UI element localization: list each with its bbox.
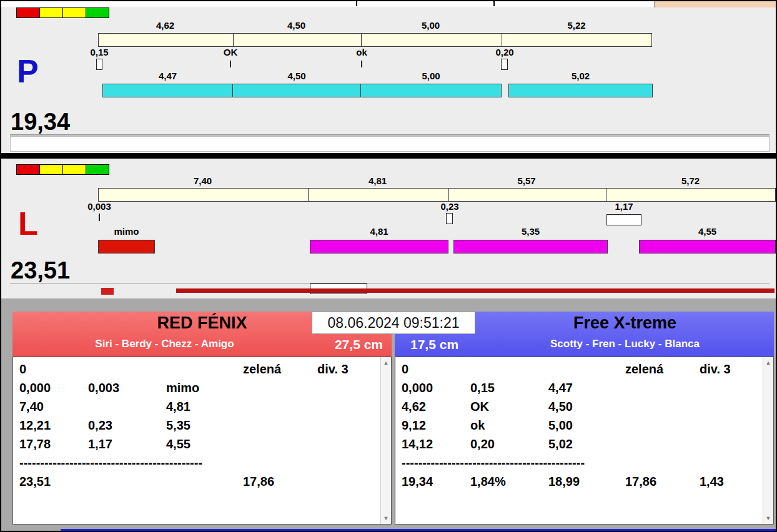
change-mark-label: 0,15	[87, 47, 112, 57]
table-cell: 1,43	[700, 475, 724, 489]
change-mark-label: 1,17	[608, 202, 640, 212]
table-row: 0zelenádiv. 3	[13, 361, 380, 380]
table-cell: 0,000	[402, 381, 433, 395]
table-cell: 17,86	[243, 475, 274, 489]
run-time-bar-segment	[310, 240, 448, 254]
table-cell: 4,50	[548, 400, 573, 414]
table-row: 9,12ok5,00	[395, 417, 762, 436]
table-cell: 1,84%	[470, 475, 506, 489]
plan-time-bar	[98, 188, 776, 202]
scroll-down-icon[interactable]: ▼	[381, 513, 391, 523]
background-window-fragment	[655, 1, 777, 7]
run-segment-label: 4,50	[232, 71, 361, 81]
progress-bar-red	[176, 288, 775, 293]
run-miss-bar-segment	[98, 240, 155, 254]
jump-height-label: 27,5 cm	[335, 337, 383, 352]
team-members: Siri - Berdy - Chezz - Amigo	[12, 338, 317, 350]
table-row: 17,781,174,55	[13, 436, 380, 455]
plan-segment-label: 5,00	[360, 21, 501, 31]
scroll-down-icon[interactable]: ▼	[763, 513, 773, 523]
lane-total-time: 23,51	[11, 259, 70, 282]
run-segment-label: 4,47	[102, 71, 233, 81]
table-row: 7,404,81	[13, 398, 380, 417]
window-border-tick	[356, 1, 357, 6]
team-name: Free X-treme	[476, 313, 774, 333]
status-light-red-icon	[16, 7, 40, 18]
change-mark-label: OK	[218, 47, 243, 57]
lane-total-time: 19,34	[11, 110, 70, 134]
status-light-red-icon	[16, 164, 40, 175]
scroll-up-icon[interactable]: ▲	[381, 358, 391, 368]
table-scrollbar[interactable]: ▲ ▼	[763, 357, 773, 524]
table-cell: 17,86	[625, 475, 656, 489]
run-time-bar-segment	[639, 240, 776, 254]
run-time-bar-segment	[453, 240, 608, 254]
run-segment-label: 5,35	[453, 227, 608, 237]
table-scrollbar[interactable]: ▲ ▼	[380, 357, 391, 524]
run-time-bar-segment	[360, 84, 502, 97]
table-cell: 7,40	[19, 400, 44, 414]
status-light-yellow-icon	[39, 7, 63, 18]
segment-divider	[606, 188, 606, 202]
plan-segment-label: 4,81	[307, 176, 448, 186]
segment-divider	[233, 33, 234, 47]
empty-status-strip	[10, 136, 770, 152]
table-body: 0zelenádiv. 30,0000,154,474,62OK4,509,12…	[395, 361, 762, 524]
table-cell: 0	[19, 362, 26, 377]
scroll-up-icon[interactable]: ▲	[763, 358, 773, 368]
table-cell: div. 3	[700, 362, 731, 377]
window-border-tick	[493, 1, 495, 6]
table-cell: 0,003	[88, 381, 119, 395]
change-gap-box	[501, 59, 508, 70]
table-cell: mimo	[166, 381, 199, 395]
app-window: 4,62 4,50 5,00 5,22 0,15 OK ok 0,20 4,47…	[0, 0, 777, 532]
table-cell: 5,35	[166, 418, 191, 433]
run-segment-label: 4,81	[310, 227, 448, 237]
table-cell: 18,99	[548, 475, 580, 489]
lane-letter: P	[17, 55, 39, 87]
plan-segment-label: 7,40	[98, 176, 307, 186]
lane-divider-bar	[1, 153, 777, 159]
status-light-yellow-icon	[39, 164, 63, 175]
table-cell: 5,02	[548, 437, 573, 451]
plan-segment-label: 4,50	[232, 21, 360, 31]
section-divider	[10, 134, 770, 135]
table-cell: 14,12	[402, 437, 433, 451]
team-members: Scotty - Fren - Lucky - Blanca	[476, 338, 774, 350]
table-cell: 19,34	[402, 475, 433, 489]
change-mark-label: 0,23	[434, 202, 465, 212]
table-cell: 4,81	[166, 400, 191, 414]
table-cell: div. 3	[317, 362, 349, 377]
table-cell: 9,12	[402, 418, 426, 433]
segment-divider	[502, 33, 502, 47]
table-cell: 4,47	[548, 381, 573, 395]
table-cell: 1,17	[88, 437, 112, 451]
plan-time-bar	[98, 33, 652, 47]
table-cell: 0	[402, 362, 408, 377]
table-cell: 4,55	[166, 437, 191, 451]
table-row: 12,210,235,35	[13, 417, 380, 436]
table-row: ----------------------------------------…	[13, 455, 380, 473]
change-tick	[230, 61, 231, 67]
table-row: 0zelenádiv. 3	[395, 361, 762, 380]
change-tick	[361, 61, 362, 67]
plan-segment-label: 5,57	[448, 176, 605, 186]
run-segment-label: 5,00	[360, 71, 502, 81]
change-gap-box	[446, 213, 453, 224]
run-time-bar-segment	[508, 84, 653, 97]
progress-strip-border	[10, 283, 770, 283]
change-mark-label: 0,003	[81, 202, 118, 212]
status-light-yellow-icon	[62, 164, 86, 175]
change-gap-box	[606, 214, 641, 225]
plan-segment-label: 5,22	[501, 21, 652, 31]
table-cell: OK	[470, 400, 489, 414]
plan-segment-label: 4,62	[98, 21, 232, 31]
change-gap-box	[96, 59, 102, 70]
change-mark-label: ok	[349, 47, 374, 57]
table-row: 4,62OK4,50	[395, 398, 762, 417]
lane-letter: L	[18, 207, 38, 240]
table-row: 19,341,84%18,9917,861,43	[395, 473, 762, 492]
run-segment-label: mimo	[98, 227, 155, 237]
run-segment-label: 5,02	[508, 71, 653, 81]
table-cell: 5,00	[548, 418, 573, 433]
